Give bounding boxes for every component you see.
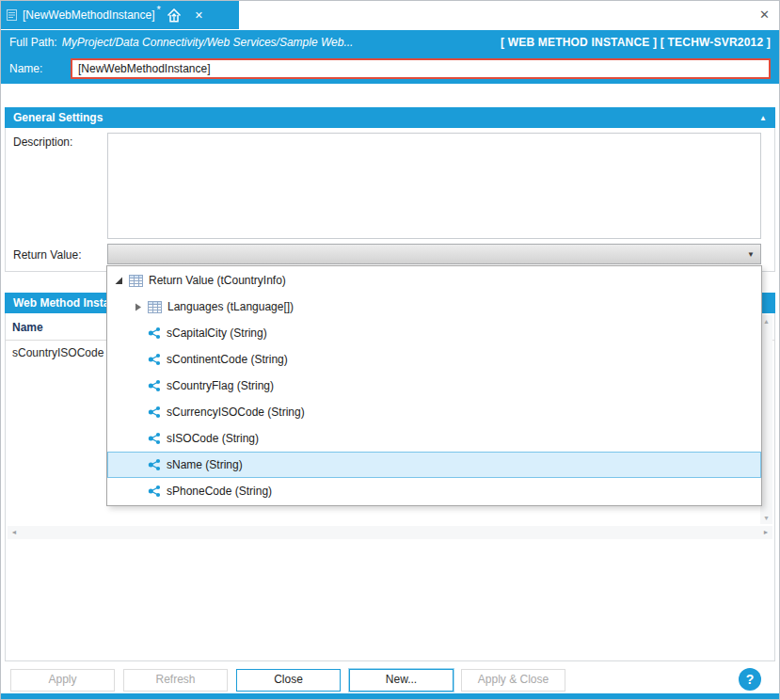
help-button[interactable]: ? bbox=[739, 668, 761, 691]
scroll-down-icon[interactable]: ▼ bbox=[760, 512, 772, 524]
return-value-combobox[interactable]: ▼ bbox=[107, 244, 761, 264]
tree-item-sname[interactable]: sName (String) bbox=[107, 452, 761, 478]
table-icon bbox=[129, 275, 143, 287]
unsaved-changes-marker: * bbox=[157, 4, 161, 15]
tab-strip: [NewWebMethodInstance] * ✕ ✕ bbox=[1, 1, 779, 29]
collapse-up-icon[interactable]: ▲ bbox=[759, 114, 767, 122]
web-method-instances-title: Web Method Insta bbox=[13, 296, 109, 310]
tab-new-web-method-instance[interactable]: [NewWebMethodInstance] * ✕ bbox=[1, 1, 239, 29]
tree-item-sphonecode[interactable]: sPhoneCode (String) bbox=[107, 478, 761, 504]
apply-button[interactable]: Apply bbox=[10, 669, 115, 692]
checkin-home-icon[interactable] bbox=[167, 8, 182, 23]
share-node-icon bbox=[148, 326, 161, 340]
description-label: Description: bbox=[13, 135, 72, 149]
share-node-icon bbox=[148, 458, 161, 471]
context-badges: [ WEB METHOD INSTANCE ] [ TECHW-SVR2012 … bbox=[501, 36, 771, 49]
table-icon bbox=[148, 301, 162, 313]
tab-title: [NewWebMethodInstance] bbox=[23, 8, 155, 22]
name-label: Name: bbox=[9, 62, 42, 75]
general-settings-panel: Description: Return Value: ▼ bbox=[5, 128, 775, 272]
apply-and-close-button[interactable]: Apply & Close bbox=[461, 669, 565, 692]
name-row: Name: bbox=[1, 54, 779, 84]
full-path-label: Full Path: bbox=[9, 36, 57, 49]
tree-item-scurrencyisocode[interactable]: sCurrencyISOCode (String) bbox=[107, 399, 761, 425]
scroll-left-icon[interactable]: ◄ bbox=[8, 526, 21, 539]
return-value-dropdown: Return Value (tCountryInfo) Languages (t… bbox=[106, 265, 762, 506]
share-node-icon bbox=[148, 432, 161, 445]
tree-item-scontinentcode[interactable]: sContinentCode (String) bbox=[107, 346, 761, 373]
tree-item-languages[interactable]: Languages (tLanguage[]) bbox=[107, 294, 761, 320]
full-path-bar: Full Path: MyProject/Data Connectivity/W… bbox=[1, 30, 779, 54]
tree-item-sisocode[interactable]: sISOCode (String) bbox=[107, 425, 761, 452]
share-node-icon bbox=[148, 406, 161, 419]
tree-item-return-value[interactable]: Return Value (tCountryInfo) bbox=[107, 267, 761, 294]
column-header-name[interactable]: Name bbox=[12, 321, 43, 334]
share-node-icon bbox=[148, 379, 161, 392]
new-button[interactable]: New... bbox=[349, 669, 454, 692]
object-icon bbox=[7, 9, 17, 21]
close-button[interactable]: Close bbox=[236, 669, 341, 692]
tab-close-icon[interactable]: ✕ bbox=[195, 9, 203, 22]
expander-expanded-icon[interactable] bbox=[114, 277, 123, 285]
tree-item-scapitalcity[interactable]: sCapitalCity (String) bbox=[107, 320, 761, 346]
web-method-instance-editor-window: [NewWebMethodInstance] * ✕ ✕ Full Path: … bbox=[0, 0, 780, 700]
description-input[interactable] bbox=[107, 133, 761, 239]
full-path-value: MyProject/Data Connectivity/Web Services… bbox=[62, 36, 354, 49]
general-settings-title: General Settings bbox=[13, 111, 103, 124]
return-value-label: Return Value: bbox=[13, 248, 82, 262]
share-node-icon bbox=[148, 485, 161, 498]
chevron-down-icon[interactable]: ▼ bbox=[747, 250, 760, 259]
expander-collapsed-icon[interactable] bbox=[133, 303, 142, 311]
refresh-button[interactable]: Refresh bbox=[123, 669, 228, 692]
tree-item-scountryflag[interactable]: sCountryFlag (String) bbox=[107, 373, 761, 399]
general-settings-header[interactable]: General Settings ▲ bbox=[5, 107, 775, 128]
window-close-icon[interactable]: ✕ bbox=[759, 8, 770, 22]
horizontal-scrollbar[interactable]: ◄ ► bbox=[8, 526, 772, 539]
grid-cell-name: sCountryISOCode bbox=[12, 346, 103, 359]
share-node-icon bbox=[148, 353, 161, 366]
bottom-accent-bar bbox=[1, 693, 779, 699]
scroll-right-icon[interactable]: ► bbox=[759, 526, 772, 539]
name-input[interactable] bbox=[71, 58, 771, 79]
